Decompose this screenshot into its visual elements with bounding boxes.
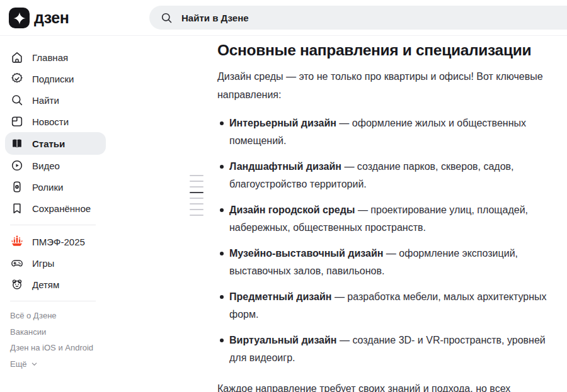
dzen-logo[interactable]: дзен — [9, 8, 69, 28]
sidebar-item-video[interactable]: Видео — [5, 155, 106, 176]
sidebar-footer: Всё о Дзене Вакансии Дзен на iOS и Andro… — [0, 307, 111, 369]
sidebar-divider — [10, 225, 96, 225]
footer-more-label: Ещё — [10, 359, 27, 369]
sidebar-divider — [10, 301, 96, 301]
search-icon — [160, 11, 173, 25]
sidebar-item-label: Главная — [32, 52, 68, 63]
article-nav-segment[interactable] — [190, 181, 203, 182]
sidebar-item-label: Ролики — [32, 182, 63, 193]
sidebar-item-label: Игры — [32, 258, 54, 269]
article-intro: Дизайн среды — это не только про квартир… — [217, 67, 558, 104]
article-content: Основные направления и специализации Диз… — [217, 36, 558, 392]
search-input[interactable] — [181, 13, 567, 23]
sidebar-item-label: Статьи — [32, 138, 65, 149]
bullet-term: Виртуальный дизайн — [229, 335, 337, 345]
article-nav-segment[interactable] — [190, 175, 203, 176]
footer-link-apps[interactable]: Дзен на iOS и Android — [10, 343, 111, 352]
bear-icon — [10, 277, 24, 291]
bullet-term: Дизайн городской среды — [229, 204, 355, 215]
footer-link-jobs[interactable]: Вакансии — [10, 327, 111, 337]
gamepad-icon — [10, 256, 24, 270]
subscriptions-icon — [10, 72, 24, 86]
article-nav-segment[interactable] — [190, 186, 203, 188]
article-nav-segment-active[interactable] — [190, 192, 203, 193]
sidebar-item-label: ПМЭФ-2025 — [32, 237, 85, 247]
article-nav-segment[interactable] — [190, 198, 203, 199]
articles-icon — [10, 137, 24, 150]
home-icon — [10, 50, 24, 64]
video-icon — [10, 159, 24, 172]
news-icon — [10, 115, 24, 128]
sidebar-item-label: Сохранённое — [32, 203, 91, 214]
sidebar-item-label: Найти — [32, 95, 59, 106]
dzen-logo-icon — [9, 8, 30, 28]
bullet-term: Интерьерный дизайн — [229, 118, 336, 128]
top-header: дзен — [0, 0, 567, 36]
sidebar-item-games[interactable]: Игры — [5, 252, 106, 274]
footer-more-button[interactable]: Ещё — [10, 359, 111, 369]
sidebar-item-label: Видео — [32, 160, 60, 171]
chevron-down-icon — [31, 361, 38, 367]
sidebar-item-home[interactable]: Главная — [5, 47, 106, 68]
bullet-item: Ландшафтный дизайн — создание парков, ск… — [217, 158, 558, 193]
bullet-item: Музейно-выставочный дизайн — оформление … — [217, 245, 558, 280]
sidebar-item-label: Подписки — [32, 74, 74, 84]
logo-wordmark: дзен — [34, 9, 69, 27]
bullet-item: Предметный дизайн — разработка мебели, м… — [217, 288, 558, 323]
bullet-term: Предметный дизайн — [229, 291, 331, 302]
footer-link-about[interactable]: Всё о Дзене — [10, 311, 111, 320]
bullet-item: Дизайн городской среды — проектирование … — [217, 201, 558, 237]
bookmark-icon — [10, 201, 24, 215]
article-nav-segment[interactable] — [190, 209, 203, 210]
dzen-app: дзен Главная Подписки — [0, 0, 567, 392]
bullet-item: Интерьерный дизайн — оформление жилых и … — [217, 115, 558, 150]
sidebar-item-label: Детям — [32, 279, 59, 290]
sidebar: Главная Подписки Найти Новости — [0, 36, 111, 369]
article-bullet-list: Интерьерный дизайн — оформление жилых и … — [217, 115, 558, 367]
sidebar-item-shorts[interactable]: Ролики — [5, 176, 106, 198]
article-section-nav — [190, 175, 203, 216]
sidebar-item-kids[interactable]: Детям — [5, 274, 106, 295]
article-outro: Каждое направление требует своих знаний … — [217, 379, 558, 392]
search-bar[interactable] — [149, 6, 567, 30]
find-icon — [10, 93, 24, 107]
bullet-term: Ландшафтный дизайн — [229, 161, 341, 172]
sidebar-item-label: Новости — [32, 116, 69, 127]
sidebar-item-news[interactable]: Новости — [5, 111, 106, 132]
sidebar-item-articles[interactable]: Статьи — [5, 132, 106, 155]
shorts-icon — [10, 180, 24, 194]
sidebar-item-saved[interactable]: Сохранённое — [5, 198, 106, 219]
bullet-item: Виртуальный дизайн — создание 3D- и VR-п… — [217, 332, 558, 367]
bullet-term: Музейно-выставочный дизайн — [229, 248, 383, 259]
article-nav-segment[interactable] — [190, 203, 203, 204]
sidebar-item-search[interactable]: Найти — [5, 89, 106, 111]
sparkle-icon — [13, 11, 26, 25]
sidebar-item-pmef[interactable]: ПМЭФ-2025 — [5, 231, 106, 252]
sidebar-item-subscriptions[interactable]: Подписки — [5, 68, 106, 89]
article-nav-segment[interactable] — [190, 215, 203, 216]
pmef-icon — [10, 235, 24, 249]
article-heading: Основные направления и специализации — [217, 42, 558, 59]
